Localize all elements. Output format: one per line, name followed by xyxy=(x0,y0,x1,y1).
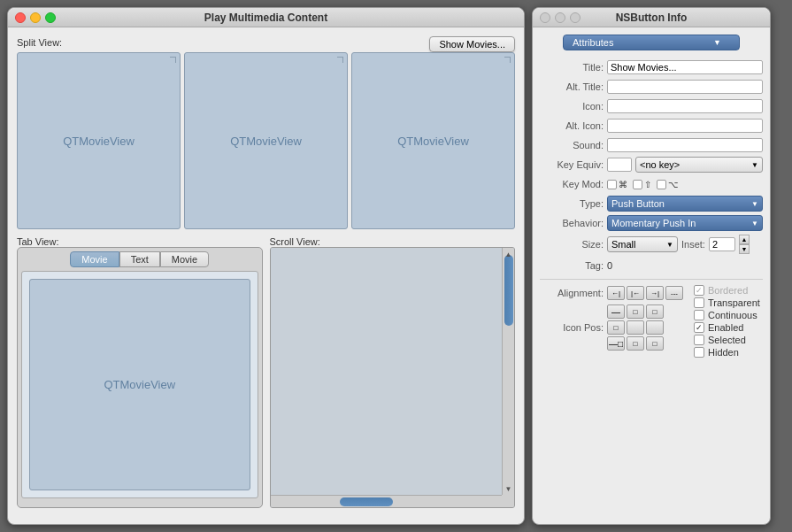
scroll-down-arrow[interactable]: ▼ xyxy=(503,482,514,495)
type-label: Type: xyxy=(540,198,604,209)
key-mod-alt: ⌥ xyxy=(657,180,679,189)
selected-checkbox[interactable] xyxy=(694,335,704,345)
traffic-lights xyxy=(15,12,56,23)
continuous-checkbox[interactable] xyxy=(694,310,704,320)
icon-pos-row-3: —□ □ □ xyxy=(607,336,664,351)
align-center-right-button[interactable]: →| xyxy=(646,286,664,300)
size-dropdown[interactable]: Small ▼ xyxy=(607,236,678,252)
tab-movie-2[interactable]: Movie xyxy=(160,251,209,267)
inset-input[interactable] xyxy=(709,237,735,251)
title-input[interactable] xyxy=(607,60,763,74)
transparent-checkbox[interactable] xyxy=(694,297,704,308)
behavior-label: Behavior: xyxy=(540,218,604,228)
hidden-label: Hidden xyxy=(708,347,739,358)
bordered-checkbox[interactable]: ✓ xyxy=(694,285,704,296)
icon-pos-tr[interactable]: □ xyxy=(646,336,664,351)
icon-input[interactable] xyxy=(607,99,763,113)
icon-pos-tl[interactable]: —□ xyxy=(607,336,625,351)
vertical-scrollbar[interactable]: ▲ ▼ xyxy=(502,248,514,495)
icon-pos-row-2: □ xyxy=(607,320,664,335)
size-row: Size: Small ▼ Inset: ▲ ▼ xyxy=(540,235,763,254)
sound-input[interactable] xyxy=(607,138,763,152)
key-mod-cmd-checkbox[interactable] xyxy=(607,180,617,189)
alt-icon-row: Alt. Icon: xyxy=(540,118,763,134)
scroll-view-label: Scroll View: xyxy=(270,236,320,247)
scroll-view-container: ▲ ▼ xyxy=(270,247,516,508)
alignment-label: Alignment: xyxy=(540,288,604,298)
hidden-checkbox[interactable] xyxy=(694,347,704,358)
key-mod-checkboxes: ⌘ ⇧ ⌥ xyxy=(607,180,679,189)
enabled-checkbox[interactable]: ✓ xyxy=(694,322,704,333)
title-label: Title: xyxy=(540,62,604,73)
split-view-label: Split View: xyxy=(17,37,62,48)
stepper-down[interactable]: ▼ xyxy=(739,244,750,254)
key-mod-shift: ⇧ xyxy=(633,180,651,189)
inspector-minimize-button[interactable] xyxy=(555,12,565,23)
size-controls: Small ▼ Inset: ▲ ▼ xyxy=(607,235,750,254)
icon-pos-row-1: — □ □ xyxy=(607,305,664,319)
alignment-icon-section: Alignment: ←| |← →| --- Icon Pos: — □ xyxy=(540,285,683,351)
key-mod-alt-checkbox[interactable] xyxy=(657,180,666,189)
qt-panel-2-label: QTMovieView xyxy=(230,135,302,148)
align-fill-button[interactable]: --- xyxy=(665,286,683,300)
icon-pos-tc[interactable]: □ xyxy=(627,336,644,351)
split-view-panels: QTMovieView QTMovieView QTMovieView xyxy=(17,52,515,229)
inset-label: Inset: xyxy=(681,239,705,250)
size-dropdown-arrow-icon: ▼ xyxy=(666,241,673,249)
icon-pos-br[interactable] xyxy=(646,320,664,335)
inspector-maximize-button[interactable] xyxy=(570,12,581,23)
qt-panel-3: QTMovieView xyxy=(351,52,515,229)
scroll-thumb-h[interactable] xyxy=(340,497,393,506)
key-mod-shift-checkbox[interactable] xyxy=(633,180,642,189)
icon-pos-right[interactable]: □ xyxy=(646,305,664,319)
type-dropdown[interactable]: Push Button ▼ xyxy=(607,196,763,212)
tab-text[interactable]: Text xyxy=(119,251,160,267)
tag-row: Tag: 0 xyxy=(540,258,763,274)
show-movies-button[interactable]: Show Movies... xyxy=(429,36,515,52)
scroll-thumb-v[interactable] xyxy=(504,255,513,326)
inset-stepper[interactable]: ▲ ▼ xyxy=(739,235,750,254)
key-equiv-dropdown[interactable]: <no key> ▼ xyxy=(635,157,763,173)
icon-pos-label: Icon Pos: xyxy=(540,322,604,333)
size-value: Small xyxy=(611,239,636,250)
icon-pos-top[interactable]: □ xyxy=(627,305,644,319)
horizontal-scrollbar[interactable] xyxy=(271,495,503,507)
icon-pos-row: Icon Pos: — □ □ □ —□ xyxy=(540,305,683,351)
icon-pos-bl[interactable]: □ xyxy=(607,320,625,335)
scroll-up-arrow[interactable]: ▲ xyxy=(503,248,514,260)
behavior-row: Behavior: Momentary Push In ▼ xyxy=(540,215,763,231)
hidden-checkbox-row: Hidden xyxy=(694,347,760,358)
tab-view-section: Tab View: Movie Text Movie QTMovieView xyxy=(17,236,263,515)
alt-title-input[interactable] xyxy=(607,80,763,94)
key-mod-label: Key Mod: xyxy=(540,179,604,189)
close-button[interactable] xyxy=(15,12,26,23)
tab-movie-1[interactable]: Movie xyxy=(70,251,119,267)
key-mod-cmd-symbol: ⌘ xyxy=(619,180,627,189)
enabled-label: Enabled xyxy=(708,322,743,333)
icon-pos-bc[interactable] xyxy=(627,320,644,335)
icon-pos-left[interactable]: — xyxy=(607,305,625,319)
key-equiv-input[interactable] xyxy=(607,158,632,172)
key-mod-shift-symbol: ⇧ xyxy=(644,180,651,189)
attributes-dropdown[interactable]: Attributes ▼ xyxy=(563,35,740,50)
behavior-dropdown[interactable]: Momentary Push In ▼ xyxy=(607,215,763,231)
key-equiv-row: Key Equiv: <no key> ▼ xyxy=(540,157,763,173)
align-left-button[interactable]: ←| xyxy=(607,286,625,300)
stepper-up[interactable]: ▲ xyxy=(739,235,750,244)
alt-icon-input[interactable] xyxy=(607,119,763,133)
dropdown-arrow-icon: ▼ xyxy=(713,38,721,47)
checkboxes-section: ✓ Bordered Transparent Continuous ✓ Enab… xyxy=(694,285,760,359)
key-mod-alt-symbol: ⌥ xyxy=(668,180,679,189)
tag-label: Tag: xyxy=(540,260,604,271)
maximize-button[interactable] xyxy=(45,12,56,23)
minimize-button[interactable] xyxy=(30,12,41,23)
qt-panel-3-label: QTMovieView xyxy=(397,135,469,148)
selected-label: Selected xyxy=(708,335,746,345)
align-center-left-button[interactable]: |← xyxy=(627,286,644,300)
icon-label: Icon: xyxy=(540,101,604,112)
key-mod-cmd: ⌘ xyxy=(607,180,627,189)
inspector-close-button[interactable] xyxy=(540,12,550,23)
alignment-buttons: ←| |← →| --- xyxy=(607,286,683,300)
transparent-checkbox-row: Transparent xyxy=(694,297,760,308)
main-window-title: Play Multimedia Content xyxy=(204,12,327,24)
